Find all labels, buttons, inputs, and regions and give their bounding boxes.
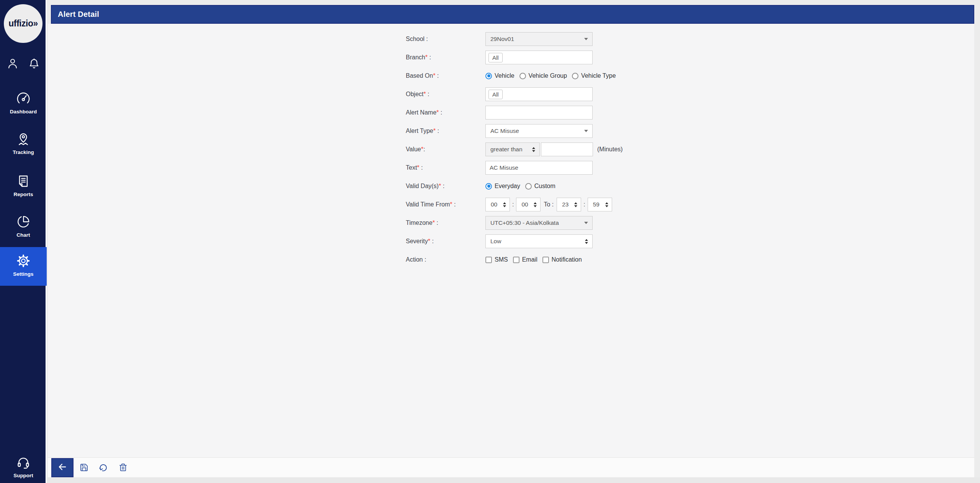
field-row-valid-time: Valid Time From* : 00 : 00 To : 23 : — [406, 198, 974, 211]
bottom-margin-strip — [47, 477, 980, 483]
delete-button[interactable] — [119, 463, 127, 472]
sidebar-item-support[interactable]: Support — [0, 452, 47, 478]
sidebar: uffizio» Dashboard — [0, 0, 47, 483]
sidebar-item-chart[interactable]: Chart — [0, 211, 47, 238]
back-button[interactable] — [51, 458, 74, 477]
pie-chart-icon — [16, 224, 31, 230]
alert-type-select-value: AC Misuse — [490, 128, 519, 134]
timezone-select-value: UTC+05:30 - Asia/Kolkata — [490, 219, 559, 226]
severity-label: Severity* : — [406, 234, 485, 248]
school-select[interactable]: 29Nov01 — [485, 32, 593, 46]
chevron-down-icon — [584, 130, 588, 132]
action-checkbox-notification[interactable]: Notification — [542, 256, 582, 263]
valid-days-radio-everyday[interactable]: Everyday — [485, 183, 520, 190]
alert-name-input[interactable] — [485, 106, 593, 120]
time-from-hour-spinner[interactable]: 00 — [485, 198, 510, 211]
trash-icon — [119, 463, 127, 472]
gear-icon — [16, 263, 31, 269]
spinner-icon — [605, 202, 608, 207]
action-checkbox-sms[interactable]: SMS — [485, 256, 508, 263]
radio-unchecked-icon — [572, 73, 578, 79]
valid-time-label: Valid Time From* : — [406, 198, 485, 211]
checkbox-unchecked-icon — [513, 257, 519, 263]
radio-checked-icon — [485, 183, 492, 190]
time-from-minute-spinner[interactable]: 00 — [516, 198, 541, 211]
severity-select[interactable]: Low — [485, 234, 593, 248]
save-icon — [80, 463, 88, 472]
object-input[interactable]: All — [485, 87, 593, 101]
based-on-label: Based On* : — [406, 69, 485, 83]
action-checkbox-email[interactable]: Email — [513, 256, 537, 263]
bottom-toolbar — [48, 457, 974, 477]
time-to-minute-spinner[interactable]: 59 — [588, 198, 612, 211]
valid-days-label: Valid Day(s)* : — [406, 179, 485, 193]
severity-select-value: Low — [490, 238, 501, 245]
page-title: Alert Detail — [52, 10, 99, 19]
notifications-bell-icon[interactable] — [28, 57, 40, 70]
text-input[interactable]: AC Misuse — [485, 161, 593, 175]
alert-name-label: Alert Name* : — [406, 106, 485, 120]
sidebar-item-label: Reports — [0, 192, 47, 197]
value-amount-input[interactable] — [541, 142, 593, 156]
headset-icon — [16, 464, 31, 471]
timezone-select[interactable]: UTC+05:30 - Asia/Kolkata — [485, 216, 593, 230]
sidebar-item-dashboard[interactable]: Dashboard — [0, 88, 47, 115]
uffizio-logo: uffizio» — [4, 4, 42, 43]
radio-unchecked-icon — [525, 183, 532, 190]
time-separator: : — [512, 201, 514, 208]
reset-button[interactable] — [99, 463, 108, 472]
field-row-object: Object* : All — [406, 87, 974, 101]
sidebar-item-tracking[interactable]: Tracking — [0, 129, 47, 155]
spinner-icon — [585, 239, 588, 244]
logo-text: uffizio» — [8, 18, 38, 29]
value-label: Value*: — [406, 142, 485, 156]
alert-detail-form: School : 29Nov01 Branch* : All Based On*… — [48, 24, 974, 267]
based-on-radio-vehicle[interactable]: Vehicle — [485, 72, 514, 79]
time-to-hour-spinner[interactable]: 23 — [557, 198, 581, 211]
chevron-down-icon — [584, 222, 588, 224]
user-icon[interactable] — [7, 57, 19, 70]
timezone-label: Timezone* : — [406, 216, 485, 230]
spinner-icon — [503, 202, 506, 207]
alert-type-label: Alert Type* : — [406, 124, 485, 138]
based-on-radio-vehicle-type[interactable]: Vehicle Type — [572, 72, 616, 79]
alert-type-select[interactable]: AC Misuse — [485, 124, 593, 138]
time-to-label: To : — [544, 201, 554, 208]
field-row-valid-days: Valid Day(s)* : Everyday Custom — [406, 179, 974, 193]
field-row-value: Value*: greater than (Minutes) — [406, 142, 974, 156]
field-row-timezone: Timezone* : UTC+05:30 - Asia/Kolkata — [406, 216, 974, 230]
field-row-text: Text* : AC Misuse — [406, 161, 974, 175]
sidebar-item-reports[interactable]: Reports — [0, 171, 47, 197]
spinner-icon — [532, 147, 535, 152]
page-header: Alert Detail — [51, 5, 974, 24]
sidebar-item-label: Chart — [0, 232, 47, 238]
sidebar-item-label: Settings — [0, 271, 47, 277]
chevron-down-icon — [584, 38, 588, 40]
sidebar-item-settings[interactable]: Settings — [0, 247, 47, 286]
time-separator: : — [583, 201, 585, 208]
checkbox-unchecked-icon — [542, 257, 549, 263]
field-row-based-on: Based On* : Vehicle Vehicle Group Vehicl… — [406, 69, 974, 83]
object-label: Object* : — [406, 87, 485, 101]
branch-input[interactable]: All — [485, 51, 593, 64]
action-label: Action : — [406, 253, 485, 267]
branch-chip-all[interactable]: All — [488, 53, 503, 62]
field-row-branch: Branch* : All — [406, 51, 974, 64]
speedometer-icon — [16, 100, 31, 107]
field-row-action: Action : SMS Email Notification — [406, 253, 974, 267]
valid-days-radio-custom[interactable]: Custom — [525, 183, 555, 190]
object-chip-all[interactable]: All — [488, 90, 503, 99]
main-content: School : 29Nov01 Branch* : All Based On*… — [48, 24, 974, 457]
value-comparator-value: greater than — [490, 146, 523, 153]
sidebar-item-label: Dashboard — [0, 109, 47, 115]
field-row-severity: Severity* : Low — [406, 234, 974, 248]
value-comparator-select[interactable]: greater than — [485, 142, 540, 156]
back-arrow-icon — [57, 462, 67, 473]
spinner-icon — [574, 202, 577, 207]
radio-checked-icon — [485, 73, 492, 79]
save-button[interactable] — [80, 463, 88, 472]
field-row-alert-type: Alert Type* : AC Misuse — [406, 124, 974, 138]
based-on-radio-vehicle-group[interactable]: Vehicle Group — [519, 72, 567, 79]
document-icon — [16, 183, 31, 190]
field-row-school: School : 29Nov01 — [406, 32, 974, 46]
